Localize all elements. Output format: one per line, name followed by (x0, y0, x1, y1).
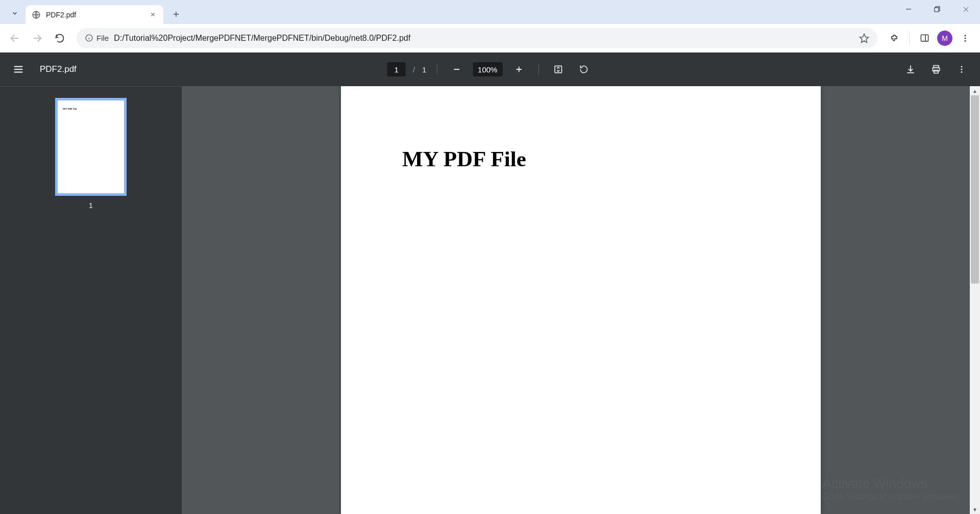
svg-point-19 (965, 37, 966, 39)
zoom-in-button[interactable] (509, 60, 528, 79)
zoom-level-input[interactable] (473, 62, 502, 76)
current-page-input[interactable] (387, 62, 406, 76)
star-icon (859, 33, 869, 43)
tabs-dropdown-button[interactable] (6, 5, 23, 22)
nav-forward-button[interactable] (28, 29, 47, 48)
fit-icon (553, 64, 563, 74)
thumbnail-preview-text: MY PDF File (63, 108, 119, 110)
tab-close-button[interactable] (148, 10, 157, 19)
activation-title: Activate Windows (823, 476, 960, 492)
pdf-content-area: MY PDF File 1 MY PDF File ▲ ▼ Activate W… (0, 86, 980, 514)
plus-icon (172, 10, 180, 18)
browser-titlebar: PDF2.pdf (0, 0, 980, 24)
print-button[interactable] (927, 60, 945, 79)
scrollbar-track[interactable] (970, 95, 980, 505)
file-origin-chip[interactable]: File (85, 34, 109, 42)
thumbnail-page-number: 1 (89, 201, 93, 210)
tabs-area: PDF2.pdf (0, 0, 184, 24)
minus-icon (452, 65, 461, 74)
nav-reload-button[interactable] (50, 29, 69, 48)
svg-point-20 (965, 40, 966, 41)
download-button[interactable] (901, 60, 920, 79)
profile-avatar[interactable]: M (937, 31, 952, 46)
toolbar-divider (436, 64, 437, 75)
pdf-page: MY PDF File (341, 86, 821, 514)
avatar-letter: M (942, 34, 948, 42)
document-heading: MY PDF File (402, 146, 760, 171)
bookmark-button[interactable] (859, 33, 869, 43)
window-minimize-button[interactable] (894, 0, 923, 18)
thumbnail-sidebar: MY PDF File 1 (0, 86, 182, 514)
omnibox[interactable]: File (77, 28, 877, 48)
close-icon (963, 6, 969, 13)
browser-tab[interactable]: PDF2.pdf (26, 5, 163, 24)
svg-rect-7 (935, 8, 939, 12)
vertical-scrollbar[interactable]: ▲ ▼ (970, 86, 980, 514)
page-thumbnail[interactable]: MY PDF File (55, 98, 127, 196)
browser-menu-button[interactable] (955, 29, 975, 48)
thumbnail-item: MY PDF File 1 (55, 98, 127, 210)
tab-title: PDF2.pdf (46, 11, 143, 19)
panel-icon (920, 33, 929, 43)
extensions-button[interactable] (885, 29, 904, 48)
windows-activation-overlay: Activate Windows Go to Settings to activ… (823, 476, 960, 502)
close-icon (150, 12, 156, 17)
pdf-more-button[interactable] (952, 60, 971, 79)
pdf-viewer[interactable]: MY PDF File ▲ ▼ Activate Windows Go to S… (182, 86, 980, 514)
window-close-button[interactable] (951, 0, 980, 18)
dots-vertical-icon (961, 34, 970, 43)
reload-icon (55, 33, 65, 43)
toolbar-separator (909, 32, 910, 44)
hamburger-icon (13, 64, 24, 75)
print-icon (931, 64, 941, 74)
zoom-out-button[interactable] (447, 60, 465, 79)
info-icon (85, 34, 93, 42)
svg-point-34 (961, 69, 963, 70)
nav-back-button[interactable] (5, 29, 24, 48)
window-maximize-button[interactable] (923, 0, 951, 18)
pdf-toolbar-left: PDF2.pdf (9, 60, 77, 79)
rotate-button[interactable] (574, 60, 593, 79)
scroll-down-button[interactable]: ▼ (970, 505, 980, 514)
puzzle-icon (889, 33, 899, 43)
url-input[interactable] (114, 34, 854, 43)
scroll-up-button[interactable]: ▲ (970, 86, 980, 95)
new-tab-button[interactable] (168, 7, 184, 22)
svg-point-33 (961, 66, 963, 67)
file-chip-label: File (96, 34, 109, 42)
pdf-toolbar-right (901, 60, 971, 79)
minimize-icon (905, 6, 912, 12)
toolbar-divider (538, 64, 538, 75)
page-separator: / (413, 65, 415, 74)
plus-icon (514, 65, 523, 74)
svg-rect-16 (921, 35, 928, 41)
svg-point-35 (961, 71, 963, 73)
rotate-icon (578, 64, 589, 74)
svg-marker-15 (860, 34, 869, 42)
side-panel-button[interactable] (915, 29, 934, 48)
pdf-toolbar: PDF2.pdf / 1 (0, 53, 980, 86)
pdf-menu-button[interactable] (9, 60, 28, 79)
svg-point-18 (965, 35, 966, 36)
activation-subtitle: Go to Settings to activate Windows. (823, 492, 960, 502)
address-bar-row: File M (0, 24, 980, 53)
maximize-icon (934, 6, 940, 12)
window-controls (894, 0, 980, 18)
pdf-toolbar-center: / 1 (387, 60, 593, 79)
download-icon (905, 64, 916, 74)
pdf-filename: PDF2.pdf (40, 64, 77, 74)
fit-page-button[interactable] (549, 60, 567, 79)
arrow-right-icon (32, 33, 43, 44)
total-pages: 1 (422, 65, 426, 74)
dots-vertical-icon (957, 65, 966, 74)
scrollbar-thumb[interactable] (971, 95, 979, 284)
chevron-down-icon (11, 10, 18, 17)
arrow-left-icon (9, 33, 20, 44)
globe-icon (32, 10, 41, 19)
